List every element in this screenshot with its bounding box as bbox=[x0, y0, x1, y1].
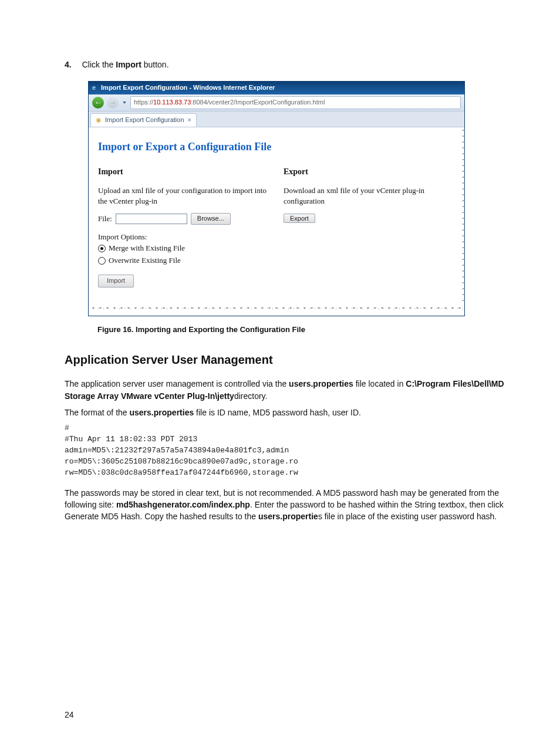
address-bar-row: ← → https://10.113.83.73:8084/vcenter2/I… bbox=[89, 94, 464, 111]
radio-overwrite[interactable] bbox=[98, 257, 106, 265]
window-titlebar: e Import Export Configuration - Windows … bbox=[89, 82, 464, 94]
page-icon: ◉ bbox=[96, 116, 102, 125]
import-heading: Import bbox=[98, 166, 269, 178]
export-column: Export Download an xml file of your vCen… bbox=[284, 166, 455, 287]
step-number: 4. bbox=[65, 59, 72, 70]
p1-a: The application server user management i… bbox=[65, 379, 289, 388]
url-host: 10.113.83.73 bbox=[153, 99, 191, 106]
radio-overwrite-label: Overwrite Existing File bbox=[109, 255, 181, 266]
paragraph-2: The format of the users.properties file … bbox=[65, 407, 513, 418]
p3-e: s file in place of the existing user pas… bbox=[318, 512, 497, 521]
forward-button[interactable]: → bbox=[107, 97, 119, 109]
ie-icon: e bbox=[92, 83, 99, 93]
section-heading: Application Server User Management bbox=[65, 351, 513, 368]
browser-window: e Import Export Configuration - Windows … bbox=[88, 81, 465, 316]
step-suffix: button. bbox=[141, 60, 169, 69]
import-options-label: Import Options: bbox=[98, 232, 269, 243]
torn-bottom-edge bbox=[89, 303, 464, 316]
tab-strip: ◉ Import Export Configuration × bbox=[89, 111, 464, 127]
paragraph-3: The passwords may be stored in clear tex… bbox=[65, 487, 513, 523]
history-dropdown-icon[interactable] bbox=[123, 102, 126, 104]
p1-e: directory. bbox=[234, 391, 268, 401]
p2-a: The format of the bbox=[65, 408, 130, 417]
page-number: 24 bbox=[65, 709, 74, 721]
paragraph-1: The application server user management i… bbox=[65, 378, 513, 402]
step-text: Click the Import button. bbox=[82, 59, 169, 70]
file-label: File: bbox=[98, 214, 112, 225]
step-bold: Import bbox=[116, 60, 141, 69]
code-block: # #Thu Apr 11 18:02:33 PDT 2013 admin=MD… bbox=[65, 423, 513, 478]
window-title: Import Export Configuration - Windows In… bbox=[101, 84, 275, 91]
arrow-left-icon: ← bbox=[95, 97, 102, 109]
p1-b: users.properties bbox=[289, 379, 353, 388]
file-input[interactable] bbox=[116, 214, 187, 224]
radio-merge-label: Merge with Existing File bbox=[109, 243, 185, 254]
url-protocol: https:// bbox=[134, 99, 153, 106]
browse-button[interactable]: Browse... bbox=[191, 213, 231, 225]
export-description: Download an xml file of your vCenter plu… bbox=[284, 185, 455, 208]
import-description: Upload an xml file of your configuration… bbox=[98, 185, 269, 208]
address-bar[interactable]: https://10.113.83.73:8084/vcenter2/Impor… bbox=[130, 96, 461, 109]
p1-c: file located in bbox=[353, 379, 406, 388]
figure-caption: Figure 16. Importing and Exporting the C… bbox=[97, 324, 513, 336]
page-body: Import or Export a Configuration File Im… bbox=[89, 127, 464, 302]
p2-b: users.properties bbox=[130, 408, 194, 417]
radio-merge[interactable] bbox=[98, 245, 106, 252]
p3-d: users.propertie bbox=[258, 512, 318, 521]
export-button[interactable]: Export bbox=[284, 214, 315, 223]
close-tab-icon[interactable]: × bbox=[188, 116, 191, 125]
torn-right-edge bbox=[461, 127, 465, 302]
arrow-right-icon: → bbox=[109, 97, 117, 109]
back-button[interactable]: ← bbox=[92, 97, 104, 109]
page-heading: Import or Export a Configuration File bbox=[98, 139, 455, 154]
instruction-step: 4. Click the Import button. bbox=[65, 59, 513, 70]
export-heading: Export bbox=[284, 166, 455, 178]
tab-label: Import Export Configuration bbox=[105, 116, 184, 125]
step-prefix: Click the bbox=[82, 60, 116, 69]
p3-b: md5hashgenerator.com/index.php bbox=[116, 500, 250, 509]
p2-c: file is ID name, MD5 password hash, user… bbox=[194, 408, 361, 417]
import-button[interactable]: Import bbox=[98, 275, 134, 288]
import-column: Import Upload an xml file of your config… bbox=[98, 166, 269, 287]
browser-tab[interactable]: ◉ Import Export Configuration × bbox=[90, 113, 197, 127]
url-path: :8084/vcenter2/ImportExportConfiguration… bbox=[191, 99, 325, 106]
